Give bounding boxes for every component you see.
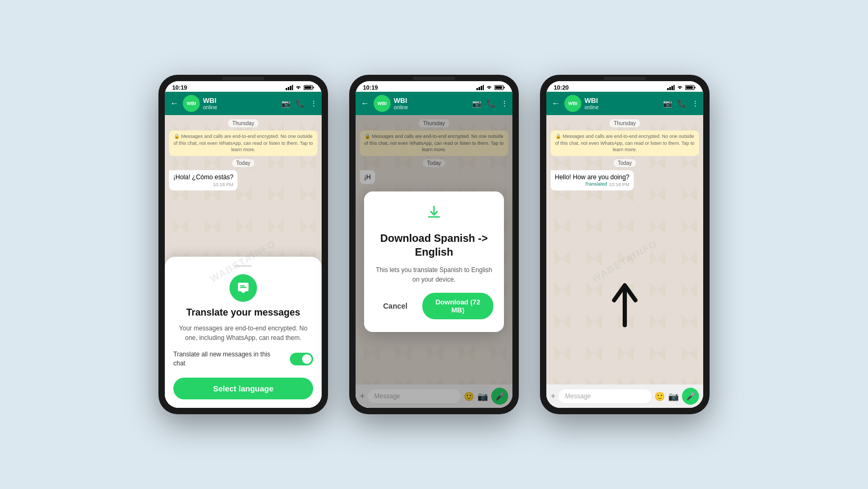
- wifi-icon-1: [295, 85, 302, 90]
- more-icon-3[interactable]: ⋮: [692, 99, 699, 108]
- contact-name-3: WBI: [584, 97, 660, 104]
- video-icon-2[interactable]: 📷: [472, 99, 481, 108]
- sheet-handle-1: [235, 265, 252, 267]
- camera-icon-3[interactable]: 📷: [668, 391, 679, 401]
- call-icon-1[interactable]: 📞: [296, 99, 305, 108]
- svg-rect-12: [504, 87, 505, 89]
- chat-header-3: ← WBI WBI online 📷 📞 ⋮: [546, 92, 703, 115]
- svg-rect-6: [305, 86, 312, 89]
- chat-body-2: WABETAINFO Thursday 🔒 Messages and calls…: [356, 115, 512, 408]
- svg-rect-20: [686, 86, 693, 89]
- video-icon-1[interactable]: 📷: [281, 99, 290, 108]
- battery-icon-1: [304, 85, 314, 90]
- video-icon-3[interactable]: 📷: [663, 99, 672, 108]
- bottom-sheet-1: Translate your messages Your messages ar…: [165, 257, 322, 408]
- phone-3: 10:20: [540, 75, 710, 414]
- svg-rect-14: [667, 88, 669, 90]
- phone-screen-1: 10:19: [165, 81, 322, 408]
- message-field-3[interactable]: Message: [559, 389, 651, 403]
- up-arrow-icon: [609, 280, 641, 328]
- sheet-title-1: Translate your messages: [186, 307, 300, 318]
- translated-label-3: Translated: [584, 181, 607, 187]
- signal-icon-3: [667, 85, 675, 90]
- svg-rect-5: [313, 87, 314, 89]
- svg-rect-8: [479, 87, 480, 90]
- chat-bubble-icon: [236, 281, 251, 295]
- date-today-1: Today: [232, 159, 255, 167]
- status-time-1: 10:19: [172, 84, 187, 91]
- back-button-1[interactable]: ←: [169, 98, 180, 109]
- select-language-button[interactable]: Select language: [173, 378, 313, 399]
- sheet-subtitle-1: Your messages are end-to-end encrypted. …: [173, 324, 313, 343]
- header-icons-2: 📷 📞 ⋮: [472, 99, 508, 108]
- emoji-icon-3[interactable]: 🙂: [654, 391, 665, 401]
- cancel-button-2[interactable]: Cancel: [375, 293, 416, 319]
- header-icons-3: 📷 📞 ⋮: [663, 99, 699, 108]
- more-icon-2[interactable]: ⋮: [501, 99, 508, 108]
- signal-icon-2: [476, 85, 484, 90]
- battery-icon-2: [494, 85, 505, 90]
- avatar-3: WBI: [564, 95, 581, 112]
- call-icon-3[interactable]: 📞: [677, 99, 686, 108]
- svg-rect-13: [495, 86, 502, 89]
- phone-notch-2: [413, 77, 455, 80]
- dialog-box-2: Download Spanish -> English This lets yo…: [364, 191, 504, 332]
- svg-rect-16: [671, 86, 673, 90]
- dialog-title-2: Download Spanish -> English: [375, 231, 493, 259]
- download-svg-icon: [426, 204, 442, 221]
- header-icons-1: 📷 📞 ⋮: [281, 99, 317, 108]
- svg-rect-10: [483, 85, 484, 90]
- download-button-2[interactable]: Download (72 MB): [422, 293, 493, 319]
- system-message-3: 🔒 Messages and calls are end-to-end encr…: [551, 130, 699, 156]
- chat-body-3: WABETAINFO Thursday 🔒 Messages and calls…: [546, 115, 703, 408]
- contact-name-2: WBI: [394, 97, 469, 104]
- message-time-3: 10:18 PM: [609, 182, 630, 187]
- contact-name-1: WBI: [203, 97, 278, 104]
- wifi-icon-3: [677, 85, 683, 90]
- status-bar-1: 10:19: [165, 81, 322, 92]
- phone-2: 10:19: [349, 75, 519, 414]
- toggle-switch-1[interactable]: [290, 353, 313, 365]
- status-icons-1: [286, 85, 314, 90]
- contact-status-1: online: [203, 104, 278, 110]
- svg-rect-15: [669, 87, 671, 90]
- phone-screen-3: 10:20: [546, 81, 703, 408]
- phone-notch-3: [604, 77, 646, 80]
- chat-header-1: ← WBI WBI online 📷 📞 ⋮: [165, 92, 322, 115]
- svg-rect-3: [292, 85, 293, 90]
- more-icon-1[interactable]: ⋮: [310, 99, 317, 108]
- svg-rect-1: [288, 87, 289, 90]
- contact-info-2: WBI online: [394, 97, 469, 110]
- add-icon-3[interactable]: +: [551, 391, 555, 401]
- dialog-body-2: This lets you translate Spanish to Engli…: [375, 265, 493, 284]
- signal-icon-1: [286, 85, 293, 90]
- arrow-container-3: [551, 204, 699, 404]
- download-icon-2: [426, 204, 442, 225]
- chat-body-1: WABETAINFO Thursday 🔒 Messages and calls…: [165, 115, 322, 408]
- system-message-1: 🔒 Messages and calls are end-to-end encr…: [169, 130, 317, 156]
- svg-rect-17: [674, 85, 675, 90]
- status-bar-2: 10:19: [356, 81, 512, 92]
- dialog-buttons-2: Cancel Download (72 MB): [375, 293, 493, 319]
- back-button-2[interactable]: ←: [360, 98, 370, 109]
- contact-info-3: WBI online: [584, 97, 660, 110]
- status-icons-3: [667, 85, 696, 90]
- call-icon-2[interactable]: 📞: [486, 99, 495, 108]
- date-thursday-1: Thursday: [228, 119, 259, 127]
- phone-screen-2: 10:19: [356, 81, 512, 408]
- contact-info-1: WBI online: [203, 97, 278, 110]
- message-bubble-3: Hello! How are you doing? Translated 10:…: [551, 170, 634, 190]
- battery-icon-3: [685, 85, 696, 90]
- status-time-2: 10:19: [363, 84, 378, 91]
- toggle-row-1: Translate all new messages in this chat: [173, 348, 313, 370]
- svg-rect-9: [481, 86, 482, 90]
- mic-button-3[interactable]: 🎤: [682, 388, 699, 405]
- back-button-3[interactable]: ←: [551, 98, 561, 109]
- sheet-icon-1: [229, 274, 257, 302]
- toggle-label-1: Translate all new messages in this chat: [173, 350, 278, 368]
- avatar-1: WBI: [183, 95, 200, 112]
- svg-rect-7: [476, 88, 478, 90]
- message-text-3: Hello! How are you doing?: [555, 173, 630, 181]
- status-bar-3: 10:20: [546, 81, 703, 92]
- contact-status-3: online: [584, 104, 660, 110]
